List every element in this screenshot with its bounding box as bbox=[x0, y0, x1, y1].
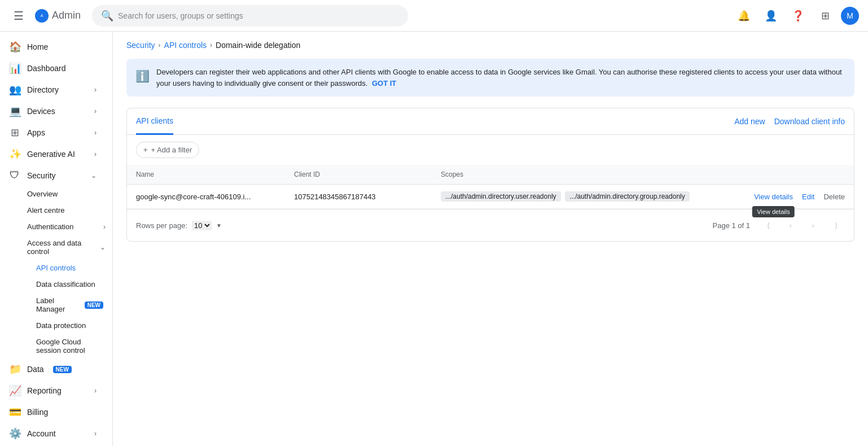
sidebar-item-directory[interactable]: 👥 Directory › bbox=[0, 79, 106, 100]
first-page-button[interactable]: ⟨ bbox=[759, 216, 777, 234]
view-details-tooltip: View details bbox=[752, 206, 795, 217]
sidebar-sublabel-data-classification: Data classification bbox=[36, 280, 95, 288]
notifications-icon[interactable]: 🔔 bbox=[733, 5, 755, 27]
sidebar-label-security: Security bbox=[27, 171, 56, 180]
svg-text:A: A bbox=[41, 14, 43, 18]
table-header: Name Client ID Scopes bbox=[127, 165, 854, 185]
add-filter-label: + Add a filter bbox=[151, 146, 192, 154]
sidebar-subitem-label-manager[interactable]: Label Manager NEW bbox=[0, 292, 112, 317]
sidebar-subitem-access-data-control[interactable]: Access and data control ⌄ bbox=[0, 235, 112, 260]
dropdown-icon: ▼ bbox=[216, 222, 222, 229]
rows-per-page-label: Rows per page: bbox=[136, 221, 187, 230]
filter-plus-icon: + bbox=[143, 146, 148, 154]
billing-icon: 💳 bbox=[9, 406, 20, 418]
breadcrumb-current: Domain-wide delegation bbox=[216, 41, 300, 50]
contacts-icon[interactable]: 👤 bbox=[760, 5, 782, 27]
reporting-icon: 📈 bbox=[9, 384, 20, 397]
devices-icon: 💻 bbox=[9, 105, 20, 117]
delete-link[interactable]: Delete bbox=[823, 193, 845, 201]
apps-grid-icon[interactable]: ⊞ bbox=[814, 5, 836, 27]
sidebar-label-reporting: Reporting bbox=[27, 386, 62, 395]
menu-icon[interactable]: ☰ bbox=[9, 5, 28, 27]
sidebar-subitem-data-classification[interactable]: Data classification bbox=[0, 276, 112, 292]
sidebar-label-billing: Billing bbox=[27, 408, 48, 417]
sidebar-subitem-overview[interactable]: Overview bbox=[0, 186, 112, 202]
sidebar-sublabel-overview: Overview bbox=[27, 190, 58, 198]
sidebar-item-security[interactable]: 🛡 Security ⌄ bbox=[0, 165, 106, 186]
sidebar-subitem-alert-centre[interactable]: Alert centre bbox=[0, 202, 112, 218]
main-content: Security › API controls › Domain-wide de… bbox=[113, 0, 868, 446]
sidebar-label-devices: Devices bbox=[27, 107, 55, 116]
info-icon: ℹ️ bbox=[135, 68, 150, 85]
tab-api-clients[interactable]: API clients bbox=[136, 108, 173, 135]
pagination-nav: Page 1 of 1 ⟨ ‹ › ⟩ bbox=[713, 216, 845, 234]
info-banner: ℹ️ Developers can register their web app… bbox=[126, 59, 854, 97]
row-name: google-sync@core-craft-406109.i... bbox=[136, 193, 294, 201]
sidebar-label-account: Account bbox=[27, 429, 56, 438]
column-name: Name bbox=[136, 170, 294, 178]
sidebar-subitem-google-cloud-session[interactable]: Google Cloud session control bbox=[0, 334, 112, 358]
label-manager-badge: NEW bbox=[85, 301, 103, 309]
sidebar-subitem-api-controls[interactable]: API controls bbox=[0, 260, 112, 276]
got-it-link[interactable]: GOT IT bbox=[372, 79, 396, 88]
help-icon[interactable]: ❓ bbox=[787, 5, 809, 27]
sidebar-item-devices[interactable]: 💻 Devices › bbox=[0, 100, 106, 122]
edit-link[interactable]: Edit bbox=[802, 193, 814, 201]
add-filter-button[interactable]: + + Add a filter bbox=[136, 142, 199, 158]
sidebar-item-account[interactable]: ⚙️ Account › bbox=[0, 423, 106, 444]
sidebar-sublabel-alert-centre: Alert centre bbox=[27, 206, 64, 215]
avatar[interactable]: M bbox=[841, 7, 859, 25]
sidebar-subitem-data-protection[interactable]: Data protection bbox=[0, 317, 112, 334]
last-page-button[interactable]: ⟩ bbox=[827, 216, 845, 234]
sidebar-item-apps[interactable]: ⊞ Apps › bbox=[0, 122, 106, 143]
add-new-link[interactable]: Add new bbox=[734, 117, 765, 126]
account-icon: ⚙️ bbox=[9, 427, 20, 440]
sidebar-item-reporting[interactable]: 📈 Reporting › bbox=[0, 380, 106, 401]
dashboard-icon: 📊 bbox=[9, 62, 20, 75]
home-icon: 🏠 bbox=[9, 41, 20, 53]
prev-page-button[interactable]: ‹ bbox=[782, 216, 800, 234]
sidebar-item-generative-ai[interactable]: ✨ Generative AI › bbox=[0, 143, 106, 165]
rows-per-page-select[interactable]: 10 25 50 bbox=[192, 221, 212, 230]
reporting-expand-icon: › bbox=[94, 387, 97, 395]
breadcrumb-security[interactable]: Security bbox=[126, 41, 155, 50]
filter-row: + + Add a filter bbox=[127, 135, 854, 165]
apps-icon: ⊞ bbox=[9, 126, 20, 139]
row-scopes: .../auth/admin.directory.user.readonly .… bbox=[441, 191, 754, 202]
rows-per-page: Rows per page: 10 25 50 ▼ bbox=[136, 221, 222, 230]
next-page-button[interactable]: › bbox=[804, 216, 822, 234]
column-client-id: Client ID bbox=[294, 170, 441, 178]
sidebar-item-billing[interactable]: 💳 Billing bbox=[0, 401, 106, 423]
view-details-link[interactable]: View details bbox=[754, 193, 793, 201]
directory-expand-icon: › bbox=[94, 86, 97, 94]
sidebar-sublabel-label-manager: Label Manager bbox=[36, 296, 79, 313]
search-input[interactable] bbox=[118, 11, 399, 20]
search-bar[interactable]: 🔍 bbox=[92, 5, 408, 27]
devices-expand-icon: › bbox=[94, 107, 97, 115]
sidebar-label-generative-ai: Generative AI bbox=[27, 150, 75, 159]
apps-expand-icon: › bbox=[94, 129, 97, 137]
breadcrumb-api-controls[interactable]: API controls bbox=[164, 41, 207, 50]
sidebar-subitem-authentication[interactable]: Authentication › bbox=[0, 218, 112, 235]
shield-icon: 🛡 bbox=[9, 169, 20, 181]
sidebar-label-home: Home bbox=[27, 42, 48, 51]
data-icon: 📁 bbox=[9, 363, 20, 375]
sidebar-sublabel-authentication: Authentication bbox=[27, 222, 73, 231]
sidebar-item-home[interactable]: 🏠 Home bbox=[0, 36, 106, 58]
column-scopes: Scopes bbox=[441, 170, 845, 178]
download-client-info-link[interactable]: Download client info bbox=[774, 117, 845, 126]
api-clients-panel: API clients Add new Download client info… bbox=[126, 108, 854, 242]
sidebar: 🏠 Home 📊 Dashboard 👥 Directory › 💻 Devic… bbox=[0, 0, 113, 446]
row-client-id: 107521483458671874​43 bbox=[294, 193, 441, 201]
authentication-expand-icon: › bbox=[103, 223, 106, 231]
sidebar-sublabel-google-cloud-session: Google Cloud session control bbox=[36, 338, 103, 355]
pagination-bar: Rows per page: 10 25 50 ▼ Page 1 of 1 ⟨ … bbox=[127, 209, 854, 241]
scope-chip-2: .../auth/admin.directory.group.readonly bbox=[565, 191, 690, 202]
sidebar-sublabel-api-controls: API controls bbox=[36, 264, 76, 272]
search-icon: 🔍 bbox=[101, 10, 113, 22]
sidebar-item-data[interactable]: 📁 Data NEW bbox=[0, 358, 106, 380]
ai-expand-icon: › bbox=[94, 150, 97, 158]
breadcrumb: Security › API controls › Domain-wide de… bbox=[126, 41, 854, 50]
scope-chip-1: .../auth/admin.directory.user.readonly bbox=[441, 191, 561, 202]
sidebar-item-dashboard[interactable]: 📊 Dashboard bbox=[0, 58, 106, 79]
